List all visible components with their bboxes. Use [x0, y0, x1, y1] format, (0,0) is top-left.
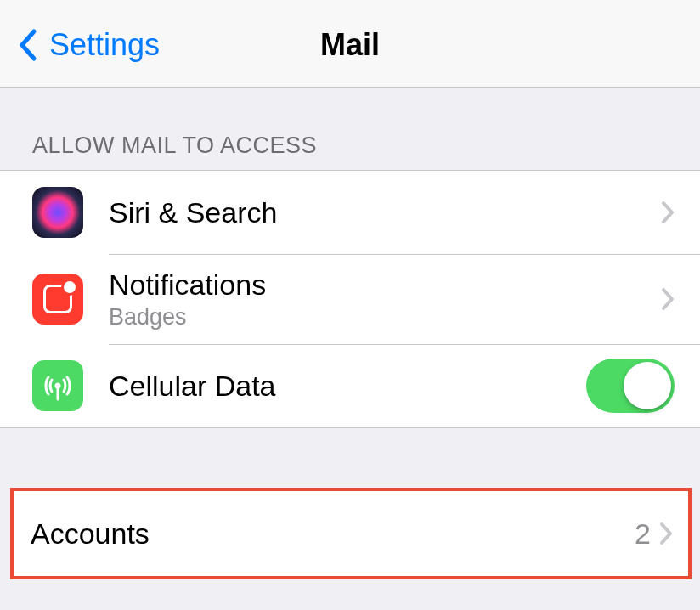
- navbar: Settings Mail: [0, 0, 700, 88]
- page-title: Mail: [320, 27, 380, 63]
- section-header-allow: ALLOW MAIL TO ACCESS: [0, 88, 700, 170]
- chevron-right-icon: [659, 522, 673, 545]
- group-spacer: [0, 428, 700, 488]
- row-content: Siri & Search: [109, 195, 661, 230]
- chevron-right-icon: [661, 201, 675, 224]
- row-sublabel: Badges: [109, 304, 661, 330]
- row-content: Accounts: [31, 517, 635, 551]
- cellular-data-toggle[interactable]: [586, 359, 675, 413]
- cellular-data-icon: [32, 360, 83, 411]
- row-content: Cellular Data: [109, 369, 586, 404]
- row-siri-search[interactable]: Siri & Search: [0, 171, 700, 254]
- row-label: Siri & Search: [109, 195, 661, 230]
- row-notifications[interactable]: Notifications Badges: [0, 254, 700, 344]
- accounts-count: 2: [635, 517, 651, 551]
- row-label: Accounts: [31, 517, 635, 551]
- back-label: Settings: [49, 27, 160, 63]
- row-label: Notifications: [109, 268, 661, 302]
- chevron-left-icon: [17, 28, 37, 62]
- chevron-right-icon: [661, 287, 675, 311]
- toggle-knob: [624, 362, 671, 409]
- notifications-icon: [32, 274, 83, 325]
- row-accounts[interactable]: Accounts 2: [14, 491, 688, 576]
- back-button[interactable]: Settings: [17, 27, 160, 63]
- list-group-allow: Siri & Search Notifications Badges: [0, 170, 700, 428]
- row-content: Notifications Badges: [109, 268, 661, 330]
- accounts-highlight: Accounts 2: [10, 488, 692, 579]
- row-cellular-data: Cellular Data: [0, 344, 700, 427]
- siri-icon: [32, 187, 83, 238]
- row-label: Cellular Data: [109, 369, 586, 404]
